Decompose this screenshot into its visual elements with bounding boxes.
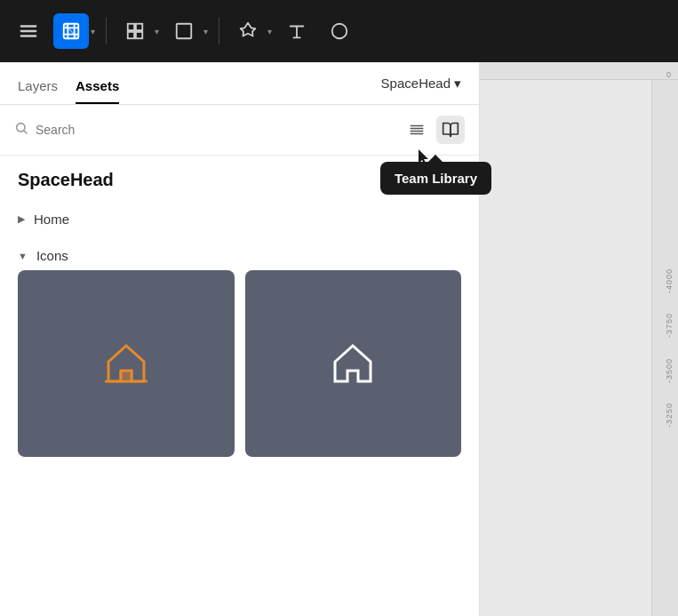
- svg-line-11: [24, 131, 27, 133]
- svg-rect-8: [177, 24, 192, 39]
- ruler-top: 0: [480, 62, 678, 80]
- text-tool-button[interactable]: [279, 13, 315, 49]
- ruler-value-3: -3250: [665, 403, 674, 428]
- team-library-button[interactable]: [436, 116, 465, 144]
- svg-rect-5: [136, 24, 142, 30]
- home-icon-orange: [100, 337, 153, 390]
- cursor-icon: [419, 149, 433, 172]
- separator-2: [219, 18, 219, 44]
- list-view-button[interactable]: [403, 116, 431, 144]
- grid-tool-group[interactable]: ▾: [117, 13, 159, 49]
- toolbar: ▾ ▾ ▾ ▾: [0, 0, 678, 62]
- right-canvas-area: 0 -4000 -3750 -3500 -3250: [480, 62, 678, 616]
- grid-tool-chevron: ▾: [155, 27, 159, 36]
- workspace-name: SpaceHead: [381, 76, 451, 91]
- active-tool-chevron: ▾: [91, 27, 95, 36]
- team-library-wrapper: Team Library: [436, 116, 465, 144]
- left-panel: Layers Assets SpaceHead ▾: [0, 62, 480, 616]
- nav-item-home[interactable]: ▶ Home: [18, 204, 461, 234]
- comment-tool-button[interactable]: [322, 13, 357, 49]
- icon-card-home-orange[interactable]: [18, 270, 235, 457]
- svg-rect-4: [128, 24, 134, 30]
- svg-point-9: [332, 24, 347, 39]
- icon-card-home-white[interactable]: [245, 270, 462, 457]
- pen-tool-button[interactable]: [230, 13, 266, 49]
- tabs-bar: Layers Assets SpaceHead ▾: [0, 62, 479, 105]
- ruler-value-0: -4000: [665, 268, 674, 293]
- nav-item-icons[interactable]: ▼ Icons: [18, 241, 461, 270]
- ruler-right: -4000 -3750 -3500 -3250: [651, 80, 678, 616]
- pen-tool-chevron: ▾: [267, 27, 272, 36]
- shape-tool-chevron: ▾: [203, 27, 208, 36]
- nav-label-home: Home: [34, 212, 69, 227]
- nav-chevron-icons: ▼: [18, 251, 28, 261]
- tab-layers[interactable]: Layers: [18, 71, 58, 104]
- ruler-value-1: -3750: [665, 313, 674, 338]
- active-tool-group[interactable]: ▾: [53, 13, 95, 49]
- icons-section: ▼ Icons: [18, 241, 461, 457]
- main-area: Layers Assets SpaceHead ▾: [0, 62, 678, 616]
- workspace-chevron: ▾: [454, 76, 461, 92]
- pen-tool-group[interactable]: ▾: [230, 13, 272, 49]
- assets-content: SpaceHead ▶ Home ▼ Icons: [0, 156, 479, 616]
- svg-rect-6: [128, 32, 134, 38]
- menu-button[interactable]: [11, 13, 46, 49]
- search-bar: Team Library: [0, 105, 479, 156]
- ruler-value-2: -3500: [665, 358, 674, 383]
- search-actions: Team Library: [403, 116, 465, 144]
- search-icon: [14, 121, 28, 139]
- workspace-selector[interactable]: SpaceHead ▾: [381, 76, 461, 100]
- shape-tool-group[interactable]: ▾: [166, 13, 208, 49]
- ruler-values: -4000 -3750 -3500 -3250: [654, 268, 676, 427]
- nav-label-icons: Icons: [36, 248, 68, 263]
- tab-assets[interactable]: Assets: [76, 71, 119, 104]
- team-library-tooltip: Team Library: [380, 162, 491, 195]
- search-input-wrap: [14, 121, 395, 139]
- separator-1: [106, 18, 107, 44]
- grid-tool-button[interactable]: [117, 13, 153, 49]
- nav-chevron-home: ▶: [18, 213, 25, 225]
- canvas-bg: [480, 80, 651, 616]
- home-icon-white: [326, 337, 379, 390]
- search-input[interactable]: [36, 123, 395, 137]
- ruler-top-value: 0: [666, 70, 674, 79]
- icons-grid: [18, 270, 461, 457]
- svg-rect-7: [136, 32, 142, 38]
- frame-tool-button[interactable]: [53, 13, 89, 49]
- shape-tool-button[interactable]: [166, 13, 202, 49]
- canvas-area: -4000 -3750 -3500 -3250: [480, 80, 678, 616]
